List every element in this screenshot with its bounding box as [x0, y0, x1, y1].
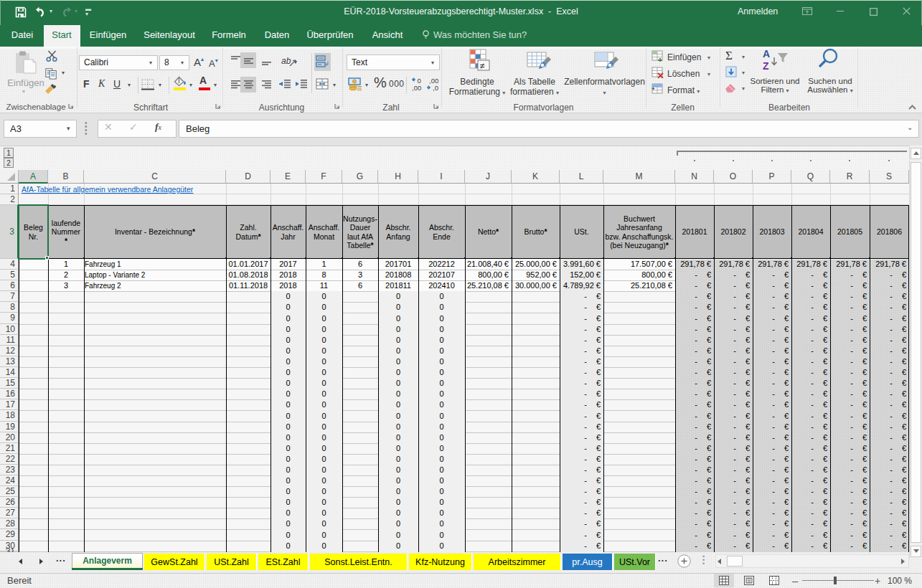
svg-text:A: A	[763, 48, 770, 60]
svg-text:,00: ,00	[429, 77, 438, 85]
svg-text:≠: ≠	[480, 61, 485, 71]
svg-text:,00: ,00	[412, 84, 421, 92]
svg-text:Z: Z	[763, 60, 769, 72]
svg-text:,0: ,0	[433, 84, 438, 92]
svg-text:ab: ab	[281, 56, 291, 66]
svg-text:0: 0	[418, 77, 421, 85]
